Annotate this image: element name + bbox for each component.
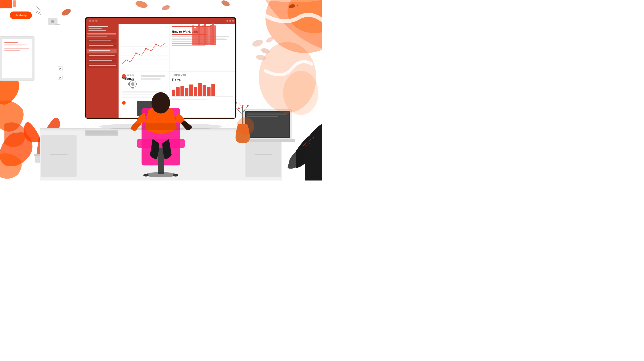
svg-rect-16: [4, 46, 22, 46]
svg-rect-97: [122, 91, 166, 92]
svg-rect-147: [247, 116, 278, 117]
svg-rect-39: [86, 24, 235, 118]
svg-rect-134: [254, 154, 272, 155]
svg-rect-119: [212, 84, 215, 96]
svg-rect-57: [89, 65, 116, 66]
svg-point-4: [288, 0, 322, 33]
svg-rect-46: [87, 39, 116, 43]
svg-rect-13: [2, 39, 32, 78]
svg-rect-123: [153, 118, 168, 126]
svg-rect-132: [86, 131, 117, 134]
svg-point-92: [131, 82, 134, 86]
svg-rect-145: [246, 112, 289, 137]
svg-rect-143: [243, 110, 292, 140]
svg-point-7: [162, 4, 170, 11]
svg-rect-93: [132, 80, 134, 81]
svg-point-6: [135, 0, 148, 9]
svg-rect-43: [88, 30, 106, 31]
svg-rect-113: [185, 88, 188, 96]
svg-rect-52: [87, 54, 116, 58]
svg-point-163: [256, 54, 266, 61]
svg-point-34: [92, 20, 94, 22]
svg-rect-45: [87, 36, 107, 37]
svg-rect-42: [88, 28, 102, 29]
svg-marker-23: [36, 6, 42, 15]
svg-point-154: [242, 105, 244, 106]
svg-point-159: [237, 117, 254, 135]
svg-rect-44: [87, 33, 116, 34]
svg-rect-137: [137, 139, 185, 148]
svg-rect-106: [137, 101, 162, 116]
svg-point-140: [143, 174, 148, 176]
svg-point-36: [226, 20, 228, 22]
svg-rect-101: [122, 97, 160, 98]
svg-line-152: [239, 103, 242, 110]
svg-rect-103: [141, 75, 165, 77]
svg-rect-14: [4, 42, 18, 43]
svg-point-91: [129, 80, 136, 88]
svg-point-156: [236, 102, 237, 104]
svg-point-38: [232, 20, 234, 22]
svg-rect-10: [35, 155, 47, 162]
svg-point-141: [173, 174, 178, 176]
svg-rect-122: [172, 99, 207, 100]
svg-rect-58: [119, 24, 169, 71]
svg-rect-11: [34, 154, 48, 156]
svg-rect-116: [198, 83, 202, 96]
svg-rect-69: [172, 34, 207, 35]
svg-rect-94: [132, 87, 134, 88]
svg-rect-125: [40, 128, 282, 134]
svg-line-151: [242, 106, 248, 113]
svg-rect-121: [172, 98, 216, 98]
svg-text:✓: ✓: [296, 3, 299, 7]
svg-point-160: [252, 38, 264, 48]
svg-rect-67: [172, 26, 212, 27]
svg-rect-114: [189, 84, 193, 96]
svg-rect-79: [198, 24, 200, 45]
svg-rect-80: [200, 26, 202, 45]
svg-point-139: [145, 172, 176, 178]
svg-rect-41: [88, 26, 108, 27]
svg-rect-96: [136, 83, 137, 85]
svg-rect-72: [172, 39, 227, 40]
svg-point-26: [52, 20, 54, 22]
svg-point-3: [266, 0, 322, 53]
svg-rect-82: [204, 24, 206, 45]
svg-rect-144: [245, 111, 290, 138]
svg-rect-78: [196, 26, 198, 45]
svg-rect-30: [85, 17, 236, 118]
svg-rect-131: [85, 130, 118, 136]
svg-point-161: [260, 47, 270, 54]
svg-point-64: [145, 48, 146, 49]
svg-rect-86: [212, 23, 214, 45]
svg-rect-56: [87, 64, 116, 68]
svg-point-33: [89, 20, 91, 22]
svg-rect-17: [4, 48, 29, 49]
svg-rect-81: [202, 26, 204, 45]
svg-text:Da|ta.: Da|ta.: [172, 78, 182, 82]
svg-rect-12: [0, 36, 34, 81]
svg-rect-77: [194, 28, 196, 45]
svg-rect-76: [192, 26, 194, 45]
svg-rect-27: [55, 24, 60, 25]
svg-rect-50: [87, 49, 116, 53]
svg-rect-32: [86, 21, 235, 24]
svg-point-25: [51, 20, 54, 23]
svg-rect-55: [89, 60, 112, 61]
svg-point-9: [288, 4, 296, 9]
svg-line-150: [237, 108, 242, 115]
svg-rect-84: [208, 27, 210, 45]
svg-rect-87: [214, 26, 216, 45]
svg-rect-24: [48, 18, 58, 25]
svg-point-5: [61, 8, 72, 17]
svg-rect-148: [240, 139, 295, 142]
svg-rect-21: [58, 75, 62, 80]
svg-rect-83: [206, 26, 208, 45]
svg-rect-85: [210, 25, 212, 45]
svg-text:controls: controls: [127, 74, 134, 76]
svg-rect-40: [86, 24, 118, 118]
svg-point-162: [265, 36, 274, 44]
svg-rect-124: [144, 126, 177, 129]
svg-rect-49: [89, 45, 114, 46]
svg-point-158: [283, 71, 318, 115]
